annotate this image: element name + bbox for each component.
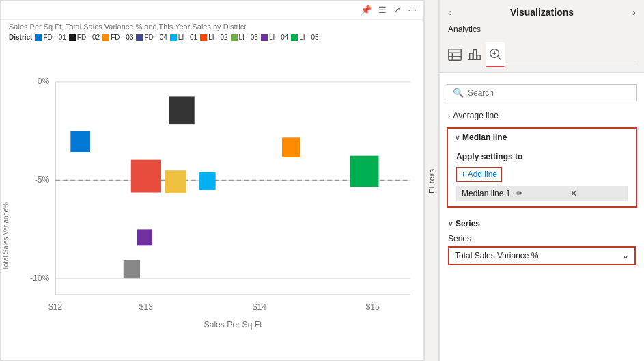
median-line-edit-icon[interactable]: ✏ <box>516 189 568 198</box>
series-label: Series <box>448 234 636 243</box>
legend-district-label: District <box>9 34 32 41</box>
svg-rect-14 <box>169 96 195 124</box>
expand-icon[interactable]: ⤢ <box>392 3 402 16</box>
legend-item-li04: LI - 04 <box>261 34 288 41</box>
median-chevron: ∨ <box>455 134 460 142</box>
median-line-close-icon[interactable]: ✕ <box>570 189 622 198</box>
legend-item-li02: LI - 02 <box>200 34 227 41</box>
svg-text:$13: $13 <box>139 302 153 312</box>
table-icon-btn[interactable] <box>445 42 464 67</box>
right-panel: ‹ Visualizations › Analytics <box>439 0 644 361</box>
apply-settings-label: Apply settings to <box>456 152 628 161</box>
legend-item-fd04: FD - 04 <box>136 34 167 41</box>
svg-text:$15: $15 <box>366 302 380 312</box>
chart-area: Total Sales Variance% 0% -5% -10% $12 $1… <box>1 44 423 360</box>
series-dropdown-value: Total Sales Variance % <box>455 251 539 260</box>
more-icon[interactable]: ⋯ <box>406 3 418 16</box>
median-line-section: ∨ Median line Apply settings to + Add li… <box>447 127 637 208</box>
legend-item-fd01: FD - 01 <box>35 34 66 41</box>
svg-rect-21 <box>124 260 140 278</box>
viz-header: ‹ Visualizations › <box>440 0 644 22</box>
search-input[interactable] <box>468 88 631 98</box>
svg-rect-19 <box>165 170 186 193</box>
series-section: ∨ Series Series Total Sales Variance % ⌄ <box>440 211 644 271</box>
chart-svg: 0% -5% -10% $12 $13 $14 $15 <box>25 49 418 344</box>
svg-rect-16 <box>137 229 152 245</box>
svg-text:-5%: -5% <box>35 175 50 185</box>
chart-legend: District FD - 01 FD - 02 FD - 03 FD - 04… <box>1 31 423 44</box>
series-dropdown-chevron: ⌄ <box>622 251 629 260</box>
svg-text:$12: $12 <box>48 302 62 312</box>
apply-settings-block: Apply settings to + Add line Median line… <box>448 146 636 206</box>
y-axis-label: Total Sales Variance% <box>2 202 10 270</box>
average-line-chevron: › <box>448 112 450 120</box>
viz-nav-next[interactable]: › <box>632 7 636 18</box>
legend-item-li01: LI - 01 <box>170 34 197 41</box>
median-line-label: Median line <box>462 133 507 142</box>
viz-panel-title: Visualizations <box>510 7 574 18</box>
svg-rect-17 <box>199 172 215 190</box>
filters-tab[interactable]: Filters <box>424 0 439 361</box>
series-dropdown[interactable]: Total Sales Variance % ⌄ <box>448 246 636 265</box>
svg-rect-20 <box>350 156 378 187</box>
series-chevron: ∨ <box>448 220 453 228</box>
series-header[interactable]: ∨ Series <box>448 216 636 234</box>
legend-item-fd03: FD - 03 <box>102 34 133 41</box>
filters-tab-label: Filters <box>428 168 436 193</box>
series-header-label: Series <box>456 219 480 228</box>
svg-text:0%: 0% <box>38 77 50 87</box>
viz-icons-row <box>440 40 644 72</box>
search-bar[interactable]: 🔍 <box>447 84 637 101</box>
legend-item-fd02: FD - 02 <box>69 34 100 41</box>
svg-text:Sales Per Sq Ft: Sales Per Sq Ft <box>204 320 263 330</box>
svg-line-29 <box>498 57 501 59</box>
chart-title: Sales Per Sq Ft, Total Sales Variance % … <box>1 20 423 31</box>
add-line-button[interactable]: + Add line <box>456 167 502 182</box>
svg-text:-10%: -10% <box>30 273 49 283</box>
legend-item-li05: LI - 05 <box>291 34 318 41</box>
legend-item-li03: LI - 03 <box>231 34 258 41</box>
svg-rect-13 <box>70 131 90 152</box>
svg-rect-23 <box>449 49 461 61</box>
right-content: 🔍 › Average line ∨ Median line Apply set… <box>440 72 644 361</box>
svg-rect-18 <box>131 160 161 193</box>
search-icon: 🔍 <box>453 88 464 98</box>
chart-toolbar: 📌 ☰ ⤢ ⋯ <box>1 1 423 20</box>
pin-icon[interactable]: 📌 <box>359 3 373 16</box>
svg-text:$14: $14 <box>253 302 266 312</box>
median-line-item-label: Median line 1 <box>462 189 514 198</box>
analytics-icon-btn[interactable] <box>486 42 505 67</box>
viz-nav-prev[interactable]: ‹ <box>448 7 451 18</box>
svg-rect-15 <box>282 137 300 157</box>
average-line-row[interactable]: › Average line <box>440 107 644 124</box>
median-line-header[interactable]: ∨ Median line <box>448 129 636 146</box>
analytics-tab[interactable]: Analytics <box>440 22 644 40</box>
average-line-label: Average line <box>453 111 499 120</box>
chart-icon-btn[interactable] <box>466 42 485 67</box>
filter-icon[interactable]: ☰ <box>377 3 388 16</box>
chart-panel: 📌 ☰ ⤢ ⋯ Sales Per Sq Ft, Total Sales Var… <box>0 0 424 361</box>
median-line-item: Median line 1 ✏ ✕ <box>456 186 628 201</box>
